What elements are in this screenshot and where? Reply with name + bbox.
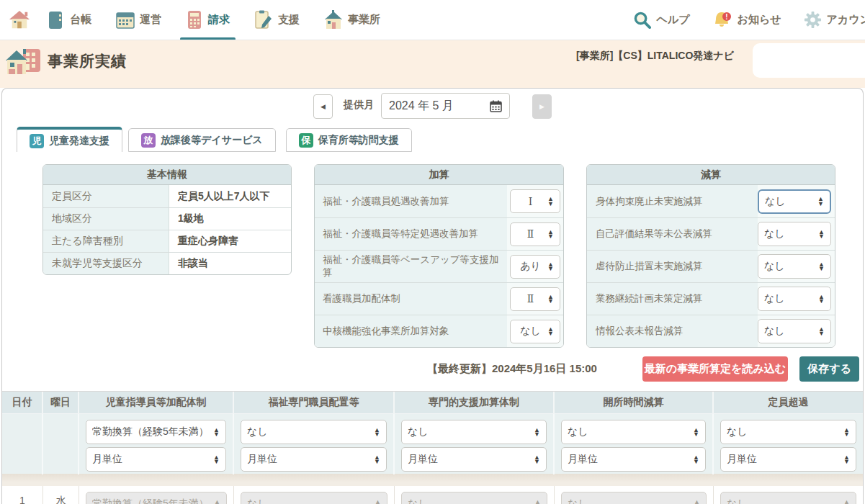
basic-info-row: 主たる障害種別 重症心身障害 [43,230,291,252]
nav-right: ヘルプ ! お知らせ アカウン [611,0,865,40]
calendar-picker-icon[interactable] [490,100,502,112]
basic-info-title: 基本情報 [43,165,291,185]
updown-arrows-icon: ▲▼ [817,197,824,206]
basic-info-row: 地域区分 1級地 [43,207,291,230]
summary-panels: 基本情報 定員区分 定員5人以上7人以下 地域区分 1級地 主たる障害種別 重症… [42,164,863,348]
period-label: 提供月 [344,99,374,112]
additions-row: 中核機能強化事業所加算対象 なし▲▼ [315,315,563,347]
daily-table: 日付 曜日 児童指導員等加配体制 福祉専門職員配置等 専門的支援加算体制 開所時… [2,391,863,504]
updown-arrows-icon: ▲▼ [547,197,554,206]
calculator-icon [186,10,203,30]
load-latest-button[interactable]: 最新の事業所算定を読み込む [642,356,788,382]
bulk-select-1a[interactable]: なし▲▼ [241,420,387,444]
addition-select-0[interactable]: Ⅰ▲▼ [510,189,560,213]
nav-seikyu[interactable]: 請求 [186,0,230,40]
period-input[interactable]: 2024 年 5 月 [381,93,510,119]
tab-hoikusho-houmon[interactable]: 保 保育所等訪問支援 [286,128,412,152]
nav-jigyousho[interactable]: 事業所 [324,0,380,40]
deductions-row: 身体拘束廃止未実施減算 なし▲▼ [587,185,835,217]
nav-news[interactable]: ! お知らせ [712,0,781,40]
clipboard-pencil-icon [254,10,273,30]
bulk-select-0b[interactable]: 月単位▲▼ [86,447,226,472]
nav-help[interactable]: ヘルプ [633,0,689,40]
deductions-title: 減算 [587,165,835,185]
deduction-select-2[interactable]: なし▲▼ [758,254,831,279]
bulk-select-0a[interactable]: 常勤換算（経験5年未満）▲▼ [86,420,226,444]
main-card: ◀ 提供月 2024 年 5 月 ▶ 児 児童発達支援 放 放課後等デイサ [1,88,864,504]
bulk-select-3b[interactable]: 月単位▲▼ [561,447,706,472]
day1-select-0[interactable]: 常勤換算（経験5年未満）▲▼ [86,492,227,504]
addition-select-4[interactable]: なし▲▼ [510,320,560,343]
save-button[interactable]: 保存する [799,356,859,382]
deductions-row: 情報公表未報告減算 なし▲▼ [587,315,835,347]
top-nav: 台帳 運営 請求 支援 [0,0,865,40]
office-label: [事業所]【CS】LITALICO発達ナビ [576,50,734,63]
tab-houkago-day[interactable]: 放 放課後等デイサービス [128,128,276,152]
tab-jidou-hattatsu[interactable]: 児 児童発達支援 [17,127,122,152]
day1-select-1[interactable]: なし▲▼ [241,492,387,504]
deduction-select-3[interactable]: なし▲▼ [758,287,831,311]
search-icon [633,11,651,29]
footer-actions: 【最終更新】2024年5月16日 15:00 最新の事業所算定を読み込む 保存す… [2,356,863,382]
addition-select-3[interactable]: Ⅱ▲▼ [510,287,560,311]
bulk-edit-row: 常勤換算（経験5年未満）▲▼ 月単位▲▼ なし▲▼ 月単位▲▼ なし▲▼ 月単位… [2,414,863,474]
nav-account[interactable]: アカウン [804,0,865,40]
updown-arrows-icon: ▲▼ [547,327,554,336]
ledger-icon [48,10,65,30]
updown-arrows-icon: ▲▼ [547,294,554,304]
period-selector: ◀ 提供月 2024 年 5 月 ▶ [2,89,863,119]
bulk-select-3a[interactable]: なし▲▼ [561,420,706,444]
user-box[interactable] [753,43,865,78]
bulk-select-1b[interactable]: 月単位▲▼ [241,447,387,472]
additions-title: 加算 [315,165,563,185]
deduction-select-1[interactable]: なし▲▼ [758,222,831,246]
bulk-select-2b[interactable]: 月単位▲▼ [401,447,547,472]
gear-icon [804,11,822,29]
office-icon [324,10,343,30]
addition-select-1[interactable]: Ⅱ▲▼ [510,222,560,246]
updown-arrows-icon: ▲▼ [547,230,554,239]
next-month-button[interactable]: ▶ [532,94,552,119]
nav-home[interactable] [9,0,30,40]
calendar-icon [116,11,135,30]
day1-select-4[interactable]: なし▲▼ [720,492,856,504]
page-title: 事業所実績 [48,51,127,71]
basic-info-panel: 基本情報 定員区分 定員5人以上7人以下 地域区分 1級地 主たる障害種別 重症… [42,164,292,275]
additions-row: 福祉・介護職員等ベースアップ等支援加算 あり▲▼ [315,250,563,282]
updown-arrows-icon: ▲▼ [818,327,825,336]
day-weekday: 水 [43,486,79,504]
day-date: 1 [2,486,43,504]
deduction-select-4[interactable]: なし▲▼ [758,319,831,343]
deductions-row: 虐待防止措置未実施減算 なし▲▼ [587,250,835,282]
updown-arrows-icon: ▲▼ [818,262,825,271]
additions-row: 福祉・介護職員等特定処遇改善加算 Ⅱ▲▼ [315,217,563,250]
additions-panel: 加算 福祉・介護職員処遇改善加算 Ⅰ▲▼ 福祉・介護職員等特定処遇改善加算 Ⅱ▲… [314,164,564,348]
home-icon [9,9,30,31]
tab-badge-nursery: 保 [299,133,313,148]
nav-unei[interactable]: 運営 [116,0,161,40]
deduction-select-0[interactable]: なし▲▼ [758,189,831,214]
additions-row: 福祉・介護職員処遇改善加算 Ⅰ▲▼ [315,185,563,217]
prev-month-button[interactable]: ◀ [313,94,333,119]
bell-icon: ! [712,10,732,30]
last-updated: 【最終更新】2024年5月16日 15:00 [427,362,597,376]
addition-select-2[interactable]: あり▲▼ [510,255,560,279]
day1-select-3[interactable]: なし▲▼ [561,492,707,504]
tab-badge-afterschool: 放 [141,133,156,148]
service-tabs: 児 児童発達支援 放 放課後等デイサービス 保 保育所等訪問支援 [17,127,863,152]
bulk-select-4a[interactable]: なし▲▼ [720,420,856,444]
svg-text:!: ! [725,12,727,20]
day-row-1: 1 水 常勤換算（経験5年未満）▲▼ なし▲▼ なし▲▼ なし▲▼ なし▲▼ [2,486,863,504]
nav-shien[interactable]: 支援 [254,0,300,40]
day1-select-2[interactable]: なし▲▼ [401,492,547,504]
deductions-row: 自己評価結果等未公表減算 なし▲▼ [587,217,835,250]
updown-arrows-icon: ▲▼ [818,230,825,239]
page-header-band: 事業所実績 [事業所]【CS】LITALICO発達ナビ [0,40,865,88]
nav-daichou[interactable]: 台帳 [48,0,91,40]
bulk-select-2a[interactable]: なし▲▼ [401,420,547,444]
tab-badge-child: 児 [30,134,44,148]
basic-info-row: 定員区分 定員5人以上7人以下 [43,185,291,207]
bulk-select-4b[interactable]: 月単位▲▼ [720,447,856,472]
page-title-icon [6,45,42,78]
basic-info-row: 未就学児等支援区分 非該当 [43,252,291,274]
